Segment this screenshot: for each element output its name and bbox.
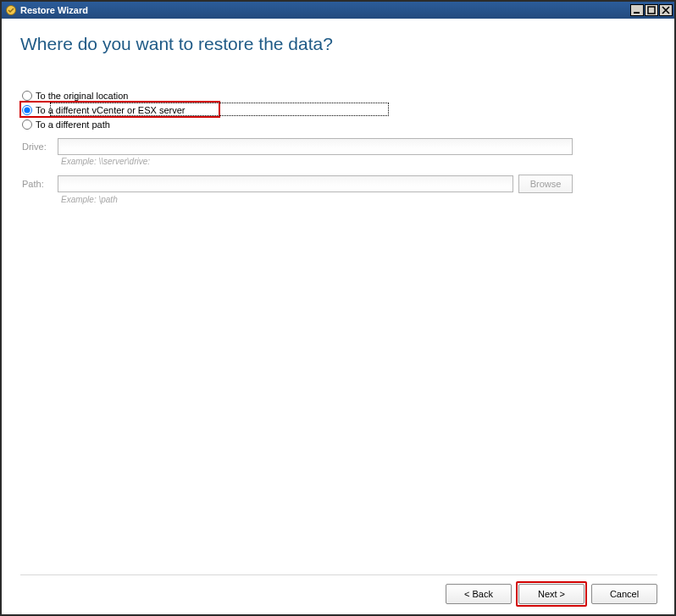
radio-different-server[interactable] (22, 105, 32, 115)
next-button[interactable]: Next > (518, 584, 585, 604)
path-fields: Drive: Example: \\server\drive: Path: Br… (22, 138, 657, 204)
maximize-button[interactable] (645, 4, 658, 16)
path-input[interactable] (58, 175, 513, 192)
drive-input[interactable] (58, 138, 573, 155)
minimize-button[interactable] (630, 4, 644, 16)
spacer (20, 213, 657, 574)
cancel-button[interactable]: Cancel (591, 584, 657, 604)
wizard-page: Where do you want to restore the data? T… (2, 19, 674, 614)
path-example: Example: \path (61, 195, 657, 204)
radio-different-path[interactable] (22, 119, 32, 130)
window-controls (629, 4, 673, 16)
back-button[interactable]: < Back (446, 584, 512, 604)
close-button[interactable] (659, 4, 673, 16)
radio-different-server-label[interactable]: To a different vCenter or ESX server (36, 105, 186, 115)
restore-location-options: To the original location To a different … (22, 88, 657, 213)
drive-example: Example: \\server\drive: (61, 157, 657, 166)
radio-different-path-label[interactable]: To a different path (36, 119, 110, 130)
wizard-footer: < Back Next > Cancel (20, 574, 657, 604)
page-heading: Where do you want to restore the data? (20, 34, 657, 54)
window-title: Restore Wizard (20, 5, 629, 15)
svg-rect-1 (634, 12, 640, 14)
drive-label: Drive: (22, 142, 58, 152)
restore-wizard-window: Restore Wizard Where do you want to rest… (0, 0, 676, 616)
svg-rect-2 (648, 7, 655, 14)
path-label: Path: (22, 179, 58, 189)
titlebar: Restore Wizard (2, 2, 674, 19)
radio-original-location-label[interactable]: To the original location (36, 91, 128, 101)
radio-original-location[interactable] (22, 91, 32, 101)
browse-button[interactable]: Browse (518, 175, 573, 193)
restore-wizard-icon (5, 4, 17, 16)
